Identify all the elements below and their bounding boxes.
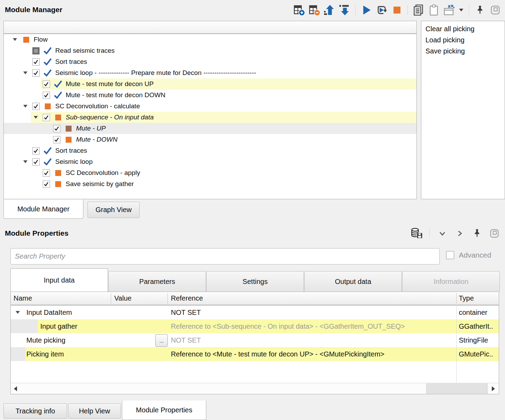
clipboard-icon[interactable]	[427, 4, 440, 17]
expander-icon[interactable]	[20, 160, 30, 163]
table-row[interactable]: Input gatherReference to <Sub-sequence -…	[11, 319, 499, 333]
check-blue-icon	[41, 146, 54, 155]
menu-item[interactable]: Clear all picking	[421, 23, 505, 34]
tree-checkbox[interactable]	[41, 92, 52, 99]
remove-module-icon[interactable]	[308, 4, 321, 17]
tab-input-data[interactable]: Input data	[10, 268, 108, 292]
menu-item[interactable]: Save picking	[421, 45, 505, 57]
expander-icon[interactable]	[31, 116, 41, 119]
square-orange-icon	[20, 37, 32, 43]
tree-row[interactable]: Read seismic traces	[4, 45, 416, 56]
move-down-icon[interactable]	[338, 4, 351, 17]
tree-row[interactable]: Mute - UP	[4, 123, 416, 134]
tab-tracking-info[interactable]: Tracking info	[3, 403, 67, 419]
tree-checkbox[interactable]	[30, 58, 41, 66]
advanced-checkbox[interactable]	[446, 251, 454, 259]
table-row[interactable]: Mute picking...NOT SETStringFile	[11, 333, 499, 347]
tree-row[interactable]: Save seismic by gather	[4, 178, 416, 190]
tree-item-label: Sort traces	[54, 147, 87, 154]
tree-checkbox[interactable]	[41, 180, 52, 188]
table-row[interactable]: Picking itemReference to <Mute - test mu…	[11, 347, 499, 361]
tree-checkbox[interactable]	[30, 47, 41, 54]
new-window-dropdown-icon[interactable]	[458, 4, 465, 17]
scrollbar-thumb[interactable]	[426, 384, 487, 394]
cell-name: Mute picking	[26, 333, 65, 347]
tab-module-properties[interactable]: Module Properties	[122, 401, 206, 420]
pin-icon[interactable]	[473, 4, 486, 17]
chevron-down-icon[interactable]	[436, 227, 449, 240]
tree-checkbox[interactable]	[41, 81, 52, 88]
cell-name: Picking item	[26, 347, 64, 361]
column-header-name[interactable]: Name	[14, 292, 32, 305]
tree-row[interactable]: Sort traces	[4, 145, 416, 156]
cell-type: GGatherIt..	[459, 319, 493, 333]
tab-settings[interactable]: Settings	[206, 271, 304, 292]
add-module-icon[interactable]	[292, 4, 305, 17]
tree-row[interactable]: Mute - DOWN	[4, 134, 416, 145]
cell-type: container	[459, 305, 487, 319]
scroll-right-button[interactable]	[487, 383, 499, 394]
tree-checkbox[interactable]	[41, 114, 52, 121]
browse-button[interactable]: ...	[155, 334, 168, 347]
tree-item-label: Seismic loop - -------------- Prepare mu…	[54, 69, 256, 77]
column-header-type[interactable]: Type	[459, 292, 474, 305]
tab-module-manager[interactable]: Module Manager	[3, 200, 83, 219]
stop-icon[interactable]	[390, 4, 403, 17]
pin-icon[interactable]	[471, 227, 483, 240]
tree-row[interactable]: Sub-sequence - On input data	[4, 112, 416, 123]
tree-row[interactable]: Seismic loop	[4, 156, 416, 167]
square-orange-icon	[52, 181, 64, 187]
run-icon[interactable]	[360, 4, 373, 17]
expander-icon[interactable]	[10, 38, 20, 41]
float-icon[interactable]	[489, 4, 502, 17]
tree-row[interactable]: SC Deconvolution - calculate	[4, 101, 416, 112]
tab-graph-view[interactable]: Graph View	[88, 202, 140, 218]
tree-checkbox[interactable]	[30, 158, 41, 166]
tab-output-data[interactable]: Output data	[304, 271, 402, 292]
column-header-value[interactable]: Value	[114, 292, 132, 305]
scroll-left-button[interactable]	[11, 383, 20, 394]
scroll-right-icon	[492, 386, 495, 391]
column-divider[interactable]	[167, 293, 168, 304]
tree-row[interactable]: Mute - test mute for decon DOWN	[4, 90, 416, 101]
tab-parameters[interactable]: Parameters	[108, 271, 206, 292]
float-icon[interactable]	[488, 227, 501, 240]
check-blue-icon	[41, 69, 54, 77]
tree-checkbox[interactable]	[30, 69, 41, 77]
tree-checkbox[interactable]	[30, 103, 41, 110]
tree-row[interactable]: Mute - test mute for decon UP	[4, 78, 416, 90]
column-divider[interactable]	[111, 293, 111, 304]
tree-checkbox[interactable]	[51, 125, 62, 132]
horizontal-scrollbar[interactable]	[11, 383, 499, 394]
db-save-icon[interactable]	[410, 227, 423, 240]
tree-row[interactable]: SC Deconvolution - apply	[4, 167, 416, 178]
tree-row[interactable]: Flow	[4, 34, 416, 45]
tab-information[interactable]: Information	[402, 271, 500, 292]
table-row[interactable]: Input DataItemNOT SETcontainer	[11, 305, 499, 319]
type-column-divider	[456, 305, 457, 383]
cell-reference: Reference to <Mute - test mute for decon…	[171, 347, 384, 361]
chevron-right-icon[interactable]	[453, 227, 466, 240]
run-loop-icon[interactable]	[375, 4, 388, 17]
tree-checkbox[interactable]	[41, 169, 52, 177]
new-window-icon[interactable]	[442, 4, 455, 17]
move-up-icon[interactable]	[323, 4, 336, 17]
search-property-input[interactable]	[10, 248, 440, 264]
module-manager-toolbar	[292, 3, 502, 17]
square-orange-icon	[52, 170, 64, 176]
column-header-reference[interactable]: Reference	[171, 292, 203, 305]
tree-row[interactable]: Seismic loop - -------------- Prepare mu…	[4, 67, 416, 78]
tree-row[interactable]: Sort traces	[4, 56, 416, 67]
module-tree: FlowRead seismic tracesSort tracesSeismi…	[4, 34, 416, 190]
tree-checkbox[interactable]	[30, 147, 41, 154]
row-gutter	[11, 347, 25, 361]
expander-icon[interactable]	[20, 105, 30, 108]
tree-checkbox[interactable]	[51, 136, 62, 143]
show-log-icon[interactable]	[412, 4, 425, 17]
property-table-body: Input DataItemNOT SETcontainerInput gath…	[11, 305, 499, 361]
column-divider[interactable]	[456, 293, 457, 304]
expander-icon[interactable]	[20, 72, 30, 74]
tab-help-view[interactable]: Help View	[68, 403, 121, 419]
expander-icon[interactable]	[16, 311, 20, 314]
menu-item[interactable]: Load picking	[421, 34, 505, 45]
